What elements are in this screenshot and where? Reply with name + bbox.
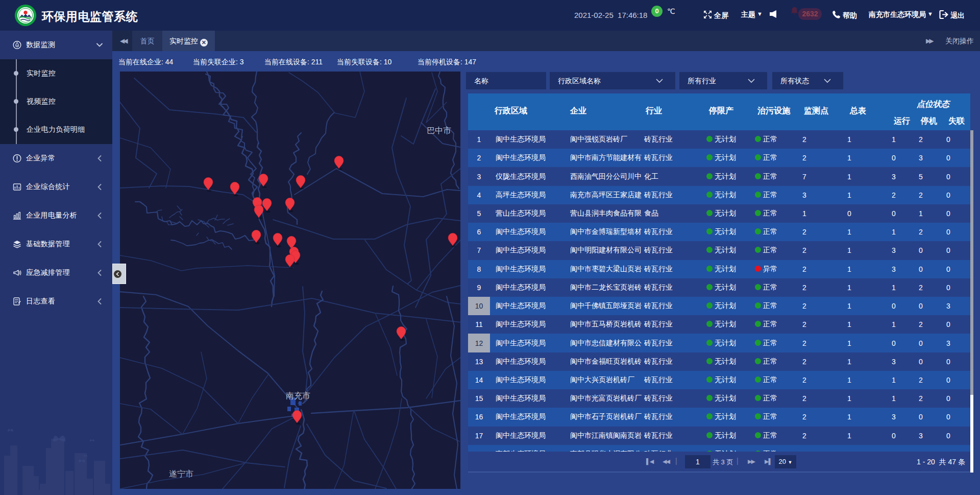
svg-text:遂宁市: 遂宁市 [169,469,193,478]
svg-text:南充市: 南充市 [286,391,310,400]
svg-text:巴中市: 巴中市 [427,126,451,135]
